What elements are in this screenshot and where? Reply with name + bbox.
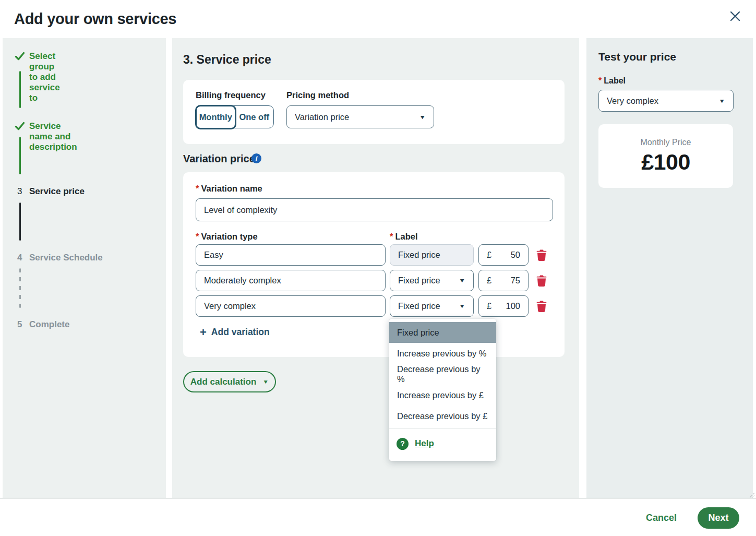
billing-option-one-off[interactable]: One off (235, 106, 274, 128)
add-variation-label: Add variation (211, 327, 270, 338)
step-number: 3 (17, 186, 27, 197)
variation-type-column-label: *Variation type (196, 232, 258, 242)
variation-type-input[interactable]: Very complex (196, 295, 386, 317)
variation-type-input[interactable]: Easy (196, 244, 386, 266)
price-result-card: Monthly Price £100 (598, 124, 733, 188)
amount-value: 50 (511, 250, 520, 260)
step-connector (19, 71, 21, 108)
trash-icon (536, 300, 547, 313)
amount-input[interactable]: £ 75 (478, 270, 529, 291)
variation-type-value: Moderately complex (204, 276, 281, 285)
step-label: Service price (29, 186, 85, 197)
variation-type-input[interactable]: Moderately complex (196, 270, 386, 291)
step-label: Service Schedule (29, 253, 103, 263)
variation-name-value: Level of complexity (204, 205, 277, 215)
billing-option-monthly[interactable]: Monthly (195, 105, 237, 129)
amount-input[interactable]: £ 50 (478, 244, 529, 266)
price-frequency-label: Monthly Price (641, 138, 691, 147)
close-icon (727, 8, 743, 24)
step-label: Service name and description (29, 121, 77, 152)
section-heading: 3. Service price (183, 53, 271, 67)
chevron-down-icon: ▼ (419, 114, 426, 120)
amount-input[interactable]: £ 100 (478, 295, 529, 317)
add-variation-button[interactable]: + Add variation (200, 327, 270, 338)
step-label: Complete (29, 319, 69, 330)
dropdown-option-increase-pound[interactable]: Increase previous by £ (389, 385, 496, 406)
plus-icon: + (200, 328, 207, 337)
delete-row-button[interactable] (536, 249, 547, 261)
cancel-button[interactable]: Cancel (646, 513, 677, 523)
required-mark: * (390, 232, 393, 241)
help-icon: ? (397, 438, 409, 450)
sidebar-step-name-description[interactable]: Service name and description (15, 121, 25, 132)
sidebar-step-complete: 5 Complete (0, 319, 163, 331)
dropdown-option-decrease-pound[interactable]: Decrease previous by £ (389, 406, 496, 426)
label-type-dropdown: Fixed price Increase previous by % Decre… (389, 319, 496, 461)
required-mark: * (196, 184, 199, 193)
variation-price-heading: Variation price (183, 153, 255, 165)
add-services-modal: Add your own services Select group to ad… (0, 0, 756, 536)
required-mark: * (196, 232, 199, 241)
dropdown-option-increase-percent[interactable]: Increase previous by % (389, 343, 496, 364)
test-label-value: Very complex (607, 96, 658, 106)
sidebar-step-select-group[interactable]: Select group to add service to (15, 51, 25, 62)
trash-icon (536, 249, 547, 261)
modal-footer (0, 498, 756, 536)
currency-symbol: £ (487, 301, 491, 311)
resize-grip-icon[interactable] (749, 493, 754, 498)
dropdown-option-decrease-percent[interactable]: Decrease previous by % (389, 364, 496, 385)
check-icon (15, 51, 25, 62)
billing-frequency-label: Billing frequency (196, 90, 266, 100)
dropdown-help-link[interactable]: ? Help (389, 429, 496, 458)
close-button[interactable] (726, 7, 745, 26)
check-icon (15, 121, 25, 132)
modal-title: Add your own services (14, 10, 176, 28)
add-calculation-label: Add calculation (190, 377, 257, 387)
required-mark: * (598, 76, 602, 85)
step-connector (19, 137, 21, 174)
variation-type-value: Very complex (204, 301, 256, 311)
variation-name-input[interactable]: Level of complexity (196, 198, 553, 221)
step-number: 4 (17, 253, 27, 263)
step-connector (19, 203, 21, 241)
pricing-method-label: Pricing method (286, 90, 349, 100)
delete-row-button[interactable] (536, 275, 547, 287)
dropdown-option-fixed-price[interactable]: Fixed price (389, 322, 496, 343)
help-label: Help (415, 438, 434, 449)
trash-icon (536, 275, 547, 287)
variation-type-value: Easy (204, 250, 223, 260)
step-label: Select group to add service to (29, 51, 60, 103)
sidebar-step-service-schedule: 4 Service Schedule (0, 253, 163, 264)
chevron-down-icon: ▼ (262, 379, 269, 385)
test-price-heading: Test your price (598, 51, 676, 63)
test-label-select[interactable]: Very complex ▼ (598, 90, 734, 112)
info-icon[interactable]: i (251, 153, 261, 163)
price-value: £100 (641, 149, 690, 175)
currency-symbol: £ (487, 250, 491, 260)
label-select-open[interactable]: Fixed price ▼ (390, 295, 474, 317)
label-select[interactable]: Fixed price ▼ (390, 270, 474, 291)
test-label-label: *Label (598, 76, 626, 86)
step-connector (19, 268, 21, 308)
label-select-disabled: Fixed price (390, 244, 474, 266)
amount-value: 100 (506, 301, 520, 311)
label-value: Fixed price (398, 301, 440, 311)
pricing-method-value: Variation price (295, 112, 349, 122)
label-value: Fixed price (398, 276, 440, 285)
step-number: 5 (17, 319, 27, 330)
currency-symbol: £ (487, 276, 491, 285)
steps-sidebar (3, 38, 166, 498)
add-calculation-button[interactable]: Add calculation ▼ (183, 371, 276, 392)
delete-row-button[interactable] (536, 300, 547, 313)
chevron-down-icon: ▼ (459, 278, 465, 284)
amount-value: 75 (511, 276, 520, 285)
sidebar-step-service-price[interactable]: 3 Service price (0, 186, 163, 198)
next-button[interactable]: Next (698, 507, 739, 529)
label-value: Fixed price (398, 250, 440, 260)
pricing-method-select[interactable]: Variation price ▼ (286, 105, 434, 128)
chevron-down-icon: ▼ (718, 98, 725, 104)
label-column-label: *Label (390, 232, 418, 242)
chevron-down-icon: ▼ (459, 303, 465, 309)
billing-frequency-toggle: Monthly One off (196, 105, 274, 128)
variation-name-label: *Variation name (196, 184, 262, 194)
